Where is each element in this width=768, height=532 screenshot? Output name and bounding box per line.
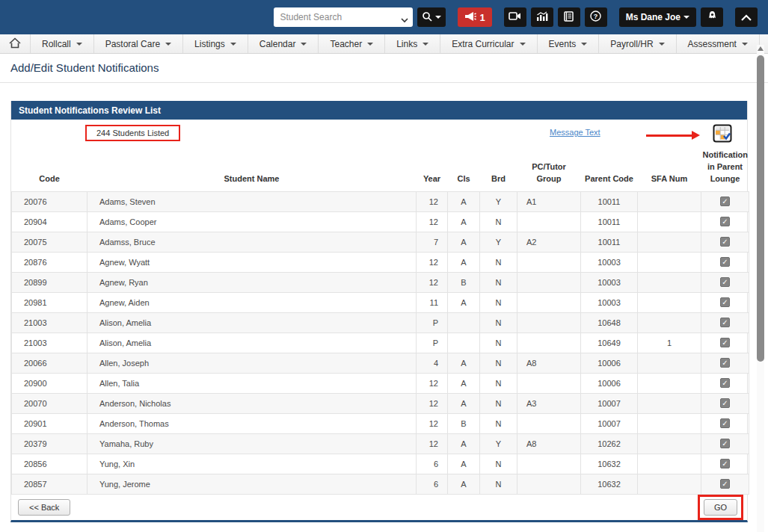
cell-brd: N (480, 252, 517, 272)
cell-parent-code: 10003 (581, 252, 638, 272)
collapse-header-button[interactable] (735, 7, 758, 27)
cell-notification: ✓ (701, 474, 749, 494)
annotation-arrow (646, 134, 692, 137)
cell-cls: A (448, 211, 480, 232)
cell-code: 20981 (12, 292, 87, 312)
cell-name: Adams, Cooper (87, 211, 417, 232)
notification-checkbox[interactable]: ✓ (720, 358, 730, 368)
notification-checkbox[interactable]: ✓ (720, 398, 730, 408)
cell-brd: N (480, 474, 517, 494)
cell-code: 20075 (12, 232, 87, 252)
nav-item-assessment[interactable]: Assessment (677, 34, 760, 53)
table-row: 21003Alison, AmeliaPN106491✓ (12, 332, 749, 353)
cell-notification: ✓ (701, 272, 749, 292)
nav-item-links[interactable]: Links (385, 34, 440, 53)
cell-parent-code: 10003 (581, 272, 638, 292)
chevron-down-icon[interactable] (401, 13, 408, 27)
notification-checkbox[interactable]: ✓ (720, 418, 730, 428)
nav-item-events[interactable]: Events (538, 34, 600, 53)
cell-brd: Y (480, 191, 517, 211)
cell-name: Alison, Amelia (87, 332, 417, 353)
cell-notification: ✓ (701, 211, 749, 232)
notification-checkbox[interactable]: ✓ (720, 479, 730, 489)
notification-checkbox[interactable]: ✓ (720, 197, 730, 206)
cell-year: 4 (417, 353, 448, 373)
student-search-combo[interactable] (274, 7, 413, 27)
nav-item-payroll-hr[interactable]: Payroll/HR (599, 34, 676, 53)
documentation-button[interactable] (558, 7, 580, 27)
notifications-button[interactable] (701, 7, 723, 27)
help-button[interactable]: ? (585, 7, 607, 27)
cell-year: 6 (417, 474, 448, 494)
cell-cls: A (448, 454, 480, 474)
cell-pc-group: A8 (517, 353, 581, 373)
cell-brd: N (480, 332, 517, 353)
chevron-down-icon (165, 43, 171, 46)
notification-checkbox[interactable]: ✓ (720, 217, 730, 226)
cell-brd: N (480, 393, 517, 413)
nav-item-calendar[interactable]: Calendar (248, 34, 319, 53)
cell-year: 6 (417, 454, 448, 474)
cell-pc-group (517, 252, 581, 272)
cell-year: 12 (417, 211, 448, 232)
nav-item-pastoral-care[interactable]: Pastoral Care (94, 34, 183, 53)
cell-pc-group (517, 413, 581, 433)
scrollbar-up-arrow-icon[interactable] (758, 46, 764, 51)
cell-parent-code: 10632 (581, 474, 638, 494)
search-button[interactable] (417, 7, 446, 27)
cell-pc-group: A1 (517, 191, 581, 211)
nav-item-rollcall[interactable]: Rollcall (31, 34, 94, 53)
cell-sfa-num (638, 433, 701, 454)
notification-checkbox[interactable]: ✓ (720, 378, 730, 388)
col-header-cls: Cls (448, 146, 480, 191)
cell-sfa-num (638, 252, 701, 272)
cell-notification: ✓ (701, 413, 749, 433)
cell-notification: ✓ (701, 393, 749, 413)
col-header-student-name: Student Name (87, 146, 417, 191)
announcements-button[interactable]: 1 (458, 7, 491, 27)
notification-checkbox[interactable]: ✓ (720, 439, 730, 448)
cell-name: Allen, Talia (87, 373, 417, 393)
title-bar: Add/Edit Student Notifications (0, 54, 768, 83)
message-text-link[interactable]: Message Text (550, 128, 600, 137)
cell-code: 20900 (12, 373, 87, 393)
notification-checkbox[interactable]: ✓ (720, 297, 730, 307)
video-button[interactable] (504, 7, 526, 27)
cell-code: 20901 (12, 413, 87, 433)
go-button[interactable]: GO (704, 499, 737, 516)
student-search-input[interactable] (274, 12, 413, 22)
chevron-down-icon (230, 43, 236, 46)
alert-count-badge: 1 (479, 12, 485, 23)
cell-sfa-num: 1 (638, 332, 701, 353)
nav-item-extra-curricular[interactable]: Extra Curricular (440, 34, 537, 53)
nav-item-listings[interactable]: Listings (183, 34, 248, 53)
panel-toolbar: 244 Students Listed Message Text (11, 120, 747, 146)
cell-pc-group (517, 211, 581, 232)
notification-checkbox[interactable]: ✓ (720, 237, 730, 247)
notification-checkbox[interactable]: ✓ (720, 338, 730, 347)
notification-checkbox[interactable]: ✓ (720, 257, 730, 267)
back-button[interactable]: << Back (18, 499, 70, 516)
notification-checkbox[interactable]: ✓ (720, 459, 730, 468)
cell-year: 12 (417, 191, 448, 211)
notification-checkbox[interactable]: ✓ (720, 277, 730, 287)
svg-text:?: ? (594, 13, 598, 20)
page-title: Add/Edit Student Notifications (10, 61, 768, 74)
chevron-down-icon (659, 43, 665, 46)
cell-notification: ✓ (701, 332, 749, 353)
vertical-scrollbar-thumb[interactable] (757, 55, 764, 362)
cell-sfa-num (638, 312, 701, 332)
cell-pc-group (517, 373, 581, 393)
nav-item-teacher[interactable]: Teacher (319, 34, 385, 53)
cell-parent-code: 10006 (581, 373, 638, 393)
grid-checkmark-icon[interactable] (713, 124, 732, 143)
cell-parent-code: 10649 (581, 332, 638, 353)
user-menu-button[interactable]: Ms Dane Joe (619, 7, 696, 27)
cell-name: Alison, Amelia (87, 312, 417, 332)
nav-item-home[interactable] (0, 34, 31, 53)
cell-brd: N (480, 272, 517, 292)
reports-button[interactable] (531, 7, 553, 27)
notification-checkbox[interactable]: ✓ (720, 318, 730, 327)
cell-brd: N (480, 373, 517, 393)
table-row: 20857Yung, Jerome6AN10632✓ (12, 474, 749, 494)
